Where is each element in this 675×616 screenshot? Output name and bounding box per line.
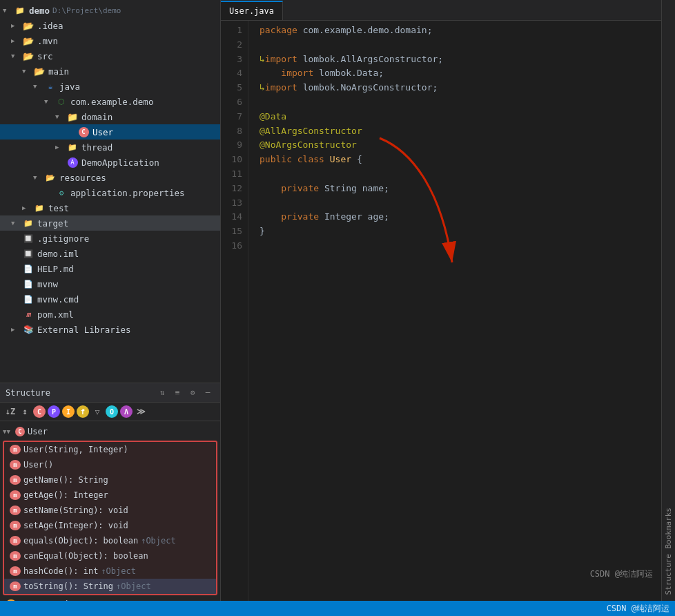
struct-close-btn[interactable]: ─ — [201, 386, 215, 400]
tree-idea[interactable]: 📂 .idea — [0, 18, 220, 33]
struct-sort-btn[interactable]: ⇅ — [155, 386, 169, 400]
struct-settings-btn[interactable]: ⚙ — [186, 386, 199, 400]
tree-helpmd[interactable]: 📄 HELP.md — [0, 261, 220, 276]
filter-p-icon[interactable]: P — [48, 405, 60, 418]
thread-label: thread — [81, 142, 112, 153]
struct-group-btn[interactable]: ≡ — [170, 386, 184, 400]
root-arrow — [3, 7, 14, 14]
code-line-6 — [260, 95, 650, 110]
tree-root[interactable]: 📁 demo D:\Project\demo — [0, 3, 220, 18]
struct-methods-box: m User(String, Integer) m User() m getNa… — [3, 441, 217, 595]
sort-alpha-icon[interactable]: ↓Z — [4, 405, 17, 418]
code-line-15: } — [260, 224, 650, 239]
tab-user[interactable]: User.java — [221, 1, 283, 20]
tree-thread[interactable]: 📁 thread — [0, 139, 220, 155]
tree-demoiml[interactable]: 🔲 demo.iml — [0, 246, 220, 261]
main-arrow — [22, 68, 33, 75]
struct-method-2[interactable]: m getName(): String — [4, 472, 216, 488]
method-icon-2: m — [10, 475, 21, 485]
bookmarks-label[interactable]: Bookmarks — [664, 508, 673, 549]
file-tree[interactable]: 📁 demo D:\Project\demo 📂 .idea 📂 .mvn 📂 … — [0, 0, 220, 383]
appprops-label: application.properties — [70, 188, 185, 198]
tree-mvn[interactable]: 📂 .mvn — [0, 33, 220, 48]
gitignore-icon: 🔲 — [22, 233, 35, 243]
code-line-9: @NoArgsConstructor — [260, 138, 650, 153]
tree-main[interactable]: 📂 main — [0, 64, 220, 79]
struct-method-3[interactable]: m getAge(): Integer — [4, 488, 216, 503]
tree-resources[interactable]: 📂 resources — [0, 170, 220, 185]
thread-icon: 📁 — [66, 142, 79, 152]
method-label-3: getAge(): Integer — [23, 490, 108, 500]
tree-mvnw[interactable]: 📄 mvnw — [0, 276, 220, 291]
struct-method-1[interactable]: m User() — [4, 457, 216, 472]
tree-com[interactable]: ⬡ com.example.demo — [0, 94, 220, 109]
test-label: test — [48, 203, 69, 213]
target-icon: 📁 — [22, 218, 35, 228]
struct-method-4[interactable]: m setName(String): void — [4, 503, 216, 518]
sidebar: 📁 demo D:\Project\demo 📂 .idea 📂 .mvn 📂 … — [0, 0, 221, 601]
helpmd-icon: 📄 — [22, 264, 35, 273]
resources-arrow — [33, 174, 44, 181]
ln-9: 9 — [221, 138, 242, 153]
code-line-14: private Integer age; — [260, 210, 650, 224]
ln-2: 2 — [221, 38, 242, 52]
code-editor[interactable]: 1 2 3 4 5 6 7 8 9 10 11 12 13 14 15 16 p… — [221, 21, 661, 601]
gitignore-label: .gitignore — [37, 233, 89, 244]
tab-user-label: User.java — [229, 6, 274, 16]
tree-target[interactable]: 📁 target — [0, 215, 220, 231]
tree-gitignore[interactable]: 🔲 .gitignore — [0, 231, 220, 246]
struct-class-icon: C — [15, 427, 25, 436]
method-label-7: canEqual(Object): boolean — [23, 551, 148, 561]
demoapp-label: DemoApplication — [81, 157, 159, 168]
filter-visibility-icon[interactable]: ▽ — [91, 405, 104, 418]
tree-java[interactable]: ☕ java — [0, 79, 220, 94]
com-arrow — [44, 98, 55, 105]
src-arrow — [11, 52, 22, 59]
struct-method-7[interactable]: m canEqual(Object): boolean — [4, 548, 216, 564]
structure-toolbar: ⇅ ≡ ⚙ ─ — [155, 386, 215, 400]
struct-method-6[interactable]: m equals(Object): boolean ↑Object — [4, 533, 216, 548]
struct-class-label: User — [28, 427, 48, 436]
root-label: demo — [29, 6, 50, 16]
structure-title: Structure — [6, 388, 50, 398]
filter-i-icon[interactable]: I — [62, 405, 75, 418]
struct-method-0[interactable]: m User(String, Integer) — [4, 442, 216, 457]
struct-root[interactable]: ▼ C User — [0, 424, 220, 439]
filter-o-icon[interactable]: O — [106, 405, 118, 418]
tree-domain[interactable]: 📁 domain — [0, 109, 220, 124]
tree-user[interactable]: C User — [0, 124, 220, 139]
struct-method-5[interactable]: m setAge(Integer): void — [4, 518, 216, 533]
filter-f-icon[interactable]: f — [77, 405, 89, 418]
method-label-9: toString(): String — [23, 581, 113, 591]
tree-test[interactable]: 📁 test — [0, 200, 220, 215]
struct-method-8[interactable]: m hashCode(): int ↑Object — [4, 564, 216, 579]
code-line-4: import lombok.Data; — [260, 66, 650, 81]
ln-10: 10 — [221, 153, 242, 167]
expand-icon[interactable]: ≫ — [135, 405, 147, 418]
tree-mvnwcmd[interactable]: 📄 mvnw.cmd — [0, 291, 220, 307]
idea-arrow — [11, 22, 22, 29]
resources-label: resources — [59, 173, 106, 183]
tree-pomxml[interactable]: m pom.xml — [0, 307, 220, 322]
ln-12: 12 — [221, 182, 242, 196]
tree-extlibs[interactable]: 📚 External Libraries — [0, 322, 220, 337]
code-line-8: @AllArgsConstructor — [260, 124, 650, 139]
sort-type-icon[interactable]: ↕ — [19, 405, 31, 418]
editor-tabs: User.java — [221, 0, 661, 21]
domain-arrow — [55, 113, 66, 120]
mvnwcmd-icon: 📄 — [22, 294, 35, 304]
tree-appprops[interactable]: ⚙ application.properties — [0, 185, 220, 200]
method-icon-7: m — [10, 551, 21, 561]
filter-a-icon[interactable]: Λ — [120, 405, 133, 418]
filter-c-icon[interactable]: C — [33, 405, 46, 418]
tree-src[interactable]: 📂 src — [0, 48, 220, 64]
method-icon-9: m — [10, 581, 21, 591]
struct-method-9[interactable]: m toString(): String ↑Object — [4, 579, 216, 594]
demoiml-icon: 🔲 — [22, 249, 35, 258]
target-label: target — [37, 218, 68, 229]
tree-demoapp[interactable]: A DemoApplication — [0, 155, 220, 170]
domain-label: domain — [81, 112, 112, 122]
structure-label[interactable]: Structure — [664, 554, 673, 595]
method-label-1: User() — [23, 460, 53, 470]
target-arrow — [11, 220, 22, 227]
